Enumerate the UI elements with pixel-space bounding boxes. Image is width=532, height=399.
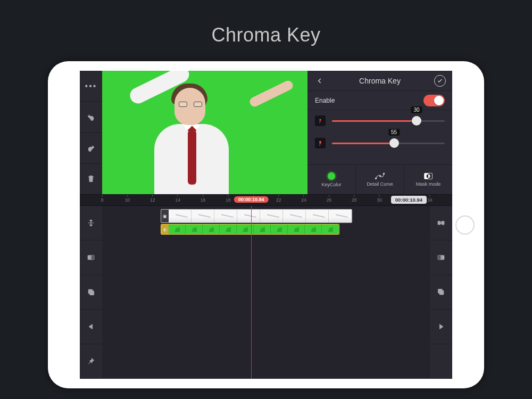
- clip-type-icon: ▣: [161, 210, 169, 222]
- enable-toggle[interactable]: [423, 95, 445, 106]
- svg-rect-10: [442, 221, 444, 225]
- split-left-button[interactable]: [80, 240, 102, 275]
- chroma-key-panel: Chroma Key Enable 30: [307, 71, 452, 194]
- svg-rect-14: [438, 289, 442, 293]
- confirm-button[interactable]: [434, 75, 446, 87]
- paste-icon: [437, 288, 445, 296]
- copy-icon: [87, 288, 95, 296]
- timeline-left-tools: [80, 206, 102, 379]
- tab-detail-curve[interactable]: Detail Curve: [356, 165, 404, 194]
- split-right-icon: [437, 253, 445, 262]
- step-forward-button[interactable]: [430, 310, 452, 344]
- svg-point-0: [320, 119, 321, 121]
- clip-main-video[interactable]: ▣: [161, 209, 352, 223]
- slider-1-knob[interactable]: 30: [412, 116, 421, 126]
- redo-icon: [87, 144, 95, 152]
- tab-mask-mode[interactable]: Mask mode: [404, 165, 452, 194]
- undo-icon: [87, 113, 95, 121]
- pin-button[interactable]: [80, 344, 102, 379]
- svg-point-1: [319, 141, 321, 143]
- pin-icon: [87, 357, 95, 365]
- slider-2: 55: [315, 138, 445, 148]
- split-right-button[interactable]: [430, 240, 452, 275]
- track-height-button[interactable]: [80, 206, 102, 240]
- step-forward-icon: [437, 322, 445, 331]
- ruler-tick: 26: [327, 195, 331, 203]
- timeline-tracks[interactable]: ▣ ◐: [102, 206, 430, 379]
- slider-1: 30: [315, 115, 445, 126]
- ellipsis-icon: •••: [85, 81, 97, 91]
- tab-keycolor[interactable]: KeyColor: [307, 165, 356, 194]
- ruler-tick: 14: [175, 195, 180, 203]
- blank-button[interactable]: [430, 344, 452, 379]
- ruler-tick: 10: [125, 195, 130, 203]
- svg-rect-8: [90, 291, 94, 295]
- curve-icon: [375, 173, 385, 179]
- timeline-right-tools: [430, 206, 452, 379]
- delete-button[interactable]: [80, 164, 102, 194]
- step-back-icon: [87, 322, 95, 331]
- svg-point-4: [383, 173, 384, 174]
- ruler-tick: 30: [377, 195, 381, 203]
- snap-icon: [437, 219, 445, 227]
- enable-label: Enable: [315, 97, 335, 104]
- slider-2-icon: [315, 138, 326, 148]
- ruler-tick: 34: [427, 195, 432, 203]
- playhead-timecode-badge: 00:00:10.94: [234, 196, 269, 203]
- mask-mode-icon: [424, 173, 433, 179]
- ruler-tick: 28: [352, 195, 356, 203]
- chevron-left-icon: [316, 77, 323, 85]
- trash-icon: [87, 174, 95, 183]
- split-left-icon: [87, 253, 95, 262]
- step-back-button[interactable]: [80, 310, 102, 344]
- svg-rect-6: [92, 255, 94, 260]
- page-title: Chroma Key: [0, 24, 532, 46]
- back-button[interactable]: [314, 75, 326, 87]
- redo-button[interactable]: [80, 133, 102, 164]
- timeline-ruler[interactable]: 810121416182022242628303234 00:00:10.94 …: [80, 194, 452, 206]
- svg-rect-9: [438, 221, 440, 225]
- slider-2-knob[interactable]: 55: [389, 138, 399, 148]
- ruler-tick: 16: [201, 195, 205, 203]
- ruler-tick: 12: [150, 195, 155, 203]
- ruler-tick: 18: [226, 195, 230, 203]
- track-height-icon: [87, 219, 95, 227]
- svg-rect-12: [442, 255, 444, 260]
- slider-2-track[interactable]: 55: [332, 143, 445, 144]
- slider-1-value: 30: [411, 106, 422, 113]
- svg-rect-5: [88, 255, 90, 260]
- svg-point-2: [375, 178, 376, 179]
- preview-subject: [133, 81, 239, 194]
- clip-type-icon: ◐: [161, 225, 169, 234]
- copy-button[interactable]: [80, 275, 102, 310]
- device-frame: •••: [48, 61, 484, 388]
- slider-2-value: 55: [388, 129, 400, 136]
- playhead[interactable]: [251, 206, 252, 379]
- left-toolbar: •••: [80, 71, 102, 194]
- check-icon: [437, 78, 443, 84]
- ruler-tick: 22: [276, 195, 281, 203]
- undo-button[interactable]: [80, 102, 102, 132]
- home-button[interactable]: [455, 215, 475, 235]
- app-screen: •••: [80, 71, 452, 379]
- panel-title: Chroma Key: [326, 77, 434, 85]
- svg-rect-11: [438, 255, 440, 260]
- video-preview[interactable]: [102, 71, 307, 194]
- clip-overlay-greenscreen[interactable]: ◐: [161, 224, 339, 235]
- keycolor-swatch-icon: [328, 172, 335, 180]
- paste-button[interactable]: [430, 275, 452, 310]
- snap-button[interactable]: [430, 206, 452, 240]
- ruler-tick: 24: [301, 195, 306, 203]
- svg-point-3: [380, 175, 381, 176]
- ruler-tick: 8: [101, 195, 104, 203]
- slider-1-icon: [315, 115, 326, 126]
- timeline: ▣ ◐: [80, 206, 452, 379]
- more-button[interactable]: •••: [80, 71, 102, 102]
- current-timecode: 00:00:10.94: [391, 196, 427, 204]
- slider-1-track[interactable]: 30: [332, 120, 445, 122]
